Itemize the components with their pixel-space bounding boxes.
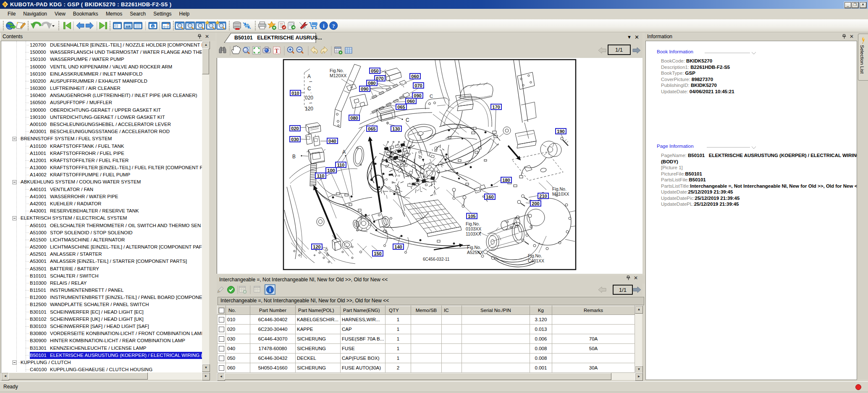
svg-text:C401XX: C401XX: [528, 258, 544, 263]
svg-text:Fig.No.: Fig.No.: [528, 253, 542, 258]
svg-text:090: 090: [361, 86, 368, 92]
svg-text:Fig.No.: Fig.No.: [466, 221, 480, 226]
svg-text:080: 080: [368, 81, 375, 86]
svg-text:120: 120: [313, 244, 320, 249]
svg-text:1/1: 1/1: [619, 287, 627, 293]
svg-text:Fig.No.: Fig.No.: [330, 68, 344, 73]
svg-text:Fig.No.: Fig.No.: [552, 186, 566, 191]
svg-text:200: 200: [532, 201, 539, 206]
svg-text:0103XX: 0103XX: [466, 226, 481, 231]
svg-text:190: 190: [557, 129, 564, 134]
svg-text:090: 090: [414, 93, 421, 98]
svg-text:.: .: [310, 89, 312, 94]
svg-text:010: 010: [291, 91, 299, 96]
svg-text:180: 180: [502, 178, 510, 183]
svg-text:1/1: 1/1: [615, 47, 623, 53]
svg-text:060: 060: [411, 74, 419, 79]
svg-text:070: 070: [414, 83, 422, 88]
svg-text:080: 080: [350, 115, 358, 121]
svg-text:C: C: [430, 94, 433, 99]
svg-text:A525XX: A525XX: [467, 250, 483, 255]
svg-text:020: 020: [305, 95, 313, 101]
svg-text:140: 140: [394, 244, 402, 249]
svg-text:110: 110: [317, 173, 325, 178]
svg-text:6C456-032-11: 6C456-032-11: [423, 257, 450, 262]
svg-text:050: 050: [371, 68, 378, 73]
svg-text:210: 210: [539, 194, 547, 199]
svg-text:A: A: [307, 73, 311, 79]
svg-text:160: 160: [486, 194, 493, 199]
svg-text:020: 020: [291, 126, 299, 131]
svg-text:C: C: [406, 117, 409, 123]
svg-text:i: i: [152, 25, 153, 29]
svg-text:Fig.No.: Fig.No.: [467, 245, 481, 250]
svg-text:110: 110: [337, 162, 345, 168]
svg-text:170: 170: [492, 105, 500, 110]
svg-text:065: 065: [397, 105, 405, 110]
svg-text:105: 105: [468, 214, 475, 219]
svg-text:M210XX: M210XX: [552, 191, 569, 196]
svg-text:065: 065: [368, 126, 375, 131]
svg-text:120: 120: [305, 106, 313, 112]
svg-text:i: i: [323, 23, 325, 29]
svg-text:040: 040: [328, 139, 336, 144]
svg-text:100: 100: [327, 168, 335, 173]
svg-text:T: T: [275, 48, 279, 54]
svg-text:∽: ∽: [309, 100, 312, 105]
svg-text:∽: ∽: [309, 79, 312, 84]
svg-text:130: 130: [392, 126, 400, 131]
svg-text:060: 060: [407, 99, 414, 104]
svg-text:030: 030: [291, 137, 299, 142]
svg-text:?: ?: [332, 23, 335, 29]
svg-text:B: B: [292, 154, 296, 160]
svg-text:150: 150: [374, 251, 381, 256]
svg-text:1103XX: 1103XX: [466, 231, 481, 236]
svg-text:M120XX: M120XX: [330, 73, 346, 78]
